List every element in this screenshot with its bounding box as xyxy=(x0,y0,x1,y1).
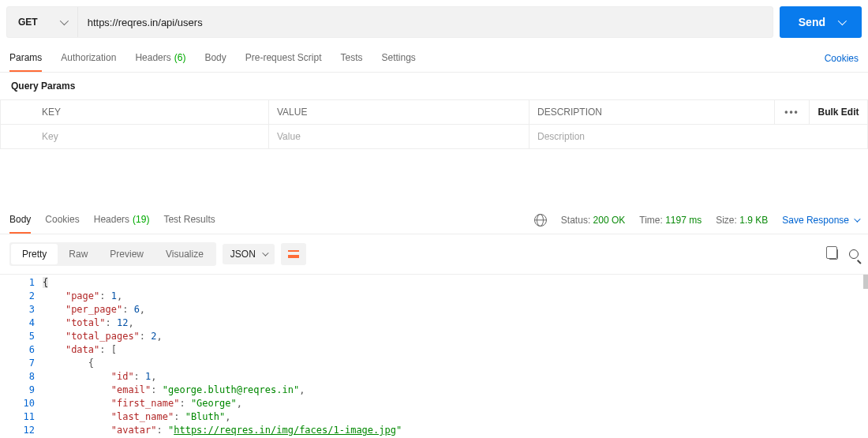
response-tabs: Body Cookies Headers(19) Test Results St… xyxy=(0,206,868,234)
query-params-title: Query Params xyxy=(0,73,868,99)
status-block[interactable]: Status: 200 OK xyxy=(561,215,625,226)
save-response-label: Save Response xyxy=(782,215,849,226)
desc-input[interactable]: Description xyxy=(529,125,868,149)
tab-label: Body xyxy=(9,214,31,225)
tab-label: Settings xyxy=(382,52,416,63)
tab-label: Headers xyxy=(94,214,129,225)
tab-resp-testresults[interactable]: Test Results xyxy=(163,206,215,234)
response-meta: Status: 200 OK Time: 1197 ms Size: 1.9 K… xyxy=(534,214,859,226)
time-block[interactable]: Time: 1197 ms xyxy=(639,215,702,226)
request-tabs: Params Authorization Headers(6) Body Pre… xyxy=(0,44,868,73)
tab-headers[interactable]: Headers(6) xyxy=(135,44,185,72)
seg-raw[interactable]: Raw xyxy=(58,244,99,264)
scrollbar-thumb[interactable] xyxy=(863,275,868,289)
col-more-header: ••• xyxy=(775,100,810,125)
col-desc-header: DESCRIPTION xyxy=(529,100,775,125)
chevron-down-icon xyxy=(59,17,68,25)
tab-label: Test Results xyxy=(163,214,215,225)
key-input[interactable]: Key xyxy=(1,125,269,149)
size-block[interactable]: Size: 1.9 KB xyxy=(716,215,768,226)
seg-visualize[interactable]: Visualize xyxy=(155,244,215,264)
tab-body[interactable]: Body xyxy=(204,44,226,72)
formatter-toolbar: Pretty Raw Preview Visualize JSON xyxy=(0,234,868,274)
tab-resp-cookies[interactable]: Cookies xyxy=(45,206,79,234)
size-label: Size: xyxy=(716,215,737,226)
col-value-header: VALUE xyxy=(269,100,529,125)
status-label: Status: xyxy=(561,215,590,226)
tab-label: Headers xyxy=(135,52,170,63)
request-bar: GET Send xyxy=(0,0,868,44)
http-method-select[interactable]: GET xyxy=(7,7,78,37)
status-value: 200 OK xyxy=(593,215,626,226)
tab-label: Body xyxy=(204,52,226,63)
request-tabs-right: Cookies xyxy=(825,53,859,64)
line-gutter: 123456789101112 xyxy=(0,276,43,437)
formatter-left: Pretty Raw Preview Visualize JSON xyxy=(9,242,306,266)
request-tabs-left: Params Authorization Headers(6) Body Pre… xyxy=(9,44,416,72)
time-value: 1197 ms xyxy=(665,215,702,226)
more-icon[interactable]: ••• xyxy=(784,107,799,118)
chevron-down-icon xyxy=(262,249,268,256)
tab-resp-headers[interactable]: Headers(19) xyxy=(94,206,150,234)
copy-icon[interactable] xyxy=(829,249,838,260)
language-select[interactable]: JSON xyxy=(223,244,275,264)
wrap-lines-button[interactable] xyxy=(281,243,306,265)
response-body-viewer[interactable]: 123456789101112 { "page": 1, "per_page":… xyxy=(0,274,868,437)
wrap-icon xyxy=(288,250,299,258)
send-button[interactable]: Send xyxy=(780,6,862,38)
save-response-button[interactable]: Save Response xyxy=(782,215,859,226)
tab-label: Pre-request Script xyxy=(245,52,322,63)
tab-authorization[interactable]: Authorization xyxy=(61,44,116,72)
bulk-edit-button[interactable]: Bulk Edit xyxy=(810,100,868,125)
tab-label: Authorization xyxy=(61,52,116,63)
language-label: JSON xyxy=(230,249,256,260)
seg-preview[interactable]: Preview xyxy=(99,244,155,264)
tab-params[interactable]: Params xyxy=(9,44,42,72)
tab-prerequest[interactable]: Pre-request Script xyxy=(245,44,322,72)
size-value: 1.9 KB xyxy=(739,215,768,226)
value-input[interactable]: Value xyxy=(269,125,529,149)
params-empty-row[interactable]: Key Value Description xyxy=(1,125,868,149)
params-table: KEY VALUE DESCRIPTION ••• Bulk Edit Key … xyxy=(0,99,868,149)
method-url-container: GET xyxy=(6,6,773,38)
globe-icon[interactable] xyxy=(534,214,547,226)
spacer xyxy=(0,149,868,206)
tab-label: Tests xyxy=(340,52,362,63)
tab-label: Cookies xyxy=(45,214,79,225)
tab-resp-body[interactable]: Body xyxy=(9,206,31,234)
tab-count: (19) xyxy=(133,214,149,225)
tab-count: (6) xyxy=(174,52,186,63)
chevron-down-icon[interactable] xyxy=(838,17,847,25)
tab-tests[interactable]: Tests xyxy=(340,44,362,72)
chevron-down-icon xyxy=(854,215,860,222)
tab-label: Params xyxy=(9,52,42,63)
time-label: Time: xyxy=(639,215,663,226)
formatter-right xyxy=(829,249,859,260)
response-tabs-left: Body Cookies Headers(19) Test Results xyxy=(9,206,215,234)
http-method-label: GET xyxy=(18,17,38,28)
tab-settings[interactable]: Settings xyxy=(382,44,416,72)
url-input[interactable] xyxy=(78,17,773,28)
cookies-link[interactable]: Cookies xyxy=(825,53,859,64)
code-content[interactable]: { "page": 1, "per_page": 6, "total": 12,… xyxy=(43,276,868,437)
seg-pretty[interactable]: Pretty xyxy=(11,244,58,264)
view-segment: Pretty Raw Preview Visualize xyxy=(9,242,216,266)
send-button-label: Send xyxy=(799,16,825,28)
col-key-header: KEY xyxy=(1,100,269,125)
params-header-row: KEY VALUE DESCRIPTION ••• Bulk Edit xyxy=(1,100,868,125)
search-icon[interactable] xyxy=(849,249,859,259)
